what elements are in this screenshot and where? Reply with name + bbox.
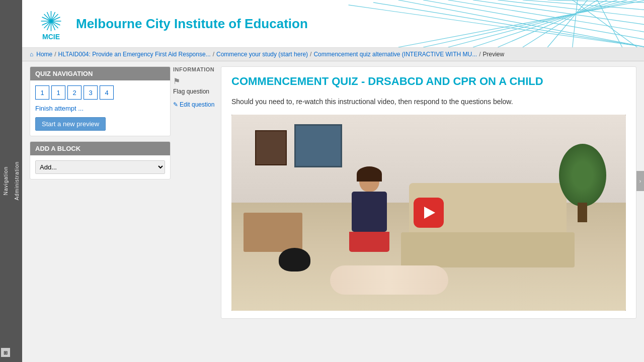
scene-person-legs bbox=[349, 232, 389, 252]
scene-side-table bbox=[244, 213, 303, 252]
scene-sofa-seat bbox=[401, 232, 575, 267]
scene-person-hair bbox=[357, 166, 382, 182]
scene-person-head bbox=[359, 166, 379, 192]
quiz-nav-btn-4[interactable]: 4 bbox=[100, 85, 114, 100]
quiz-description: Should you need to, re-watch this instru… bbox=[231, 97, 626, 107]
quiz-navigation-header: QUIZ NAVIGATION bbox=[30, 67, 170, 80]
quiz-nav-btn-3[interactable]: 3 bbox=[84, 85, 98, 100]
mcie-logo: MCIE bbox=[32, 5, 70, 43]
navigation-panel[interactable]: Navigation bbox=[0, 0, 11, 324]
flag-label: Flag question bbox=[173, 88, 209, 95]
svg-line-19 bbox=[373, 3, 644, 47]
pencil-icon: ✎ bbox=[173, 101, 178, 108]
svg-line-20 bbox=[349, 5, 644, 47]
information-panel: INFORMATION ⚑ Flag question ✎ Edit quest… bbox=[171, 66, 221, 108]
scene-cat bbox=[279, 248, 310, 272]
quiz-nav-btn-2[interactable]: 2 bbox=[67, 85, 82, 100]
video-thumbnail bbox=[231, 115, 626, 311]
institution-title: Melbourne City Institute of Education bbox=[76, 16, 308, 32]
start-new-preview-button[interactable]: Start a new preview bbox=[35, 117, 106, 131]
quiz-title: COMMENCEMENT QUIZ - DRSABCD AND CPR ON A… bbox=[231, 74, 626, 89]
home-icon: ⌂ bbox=[30, 51, 33, 58]
scene-mannequin bbox=[330, 265, 448, 295]
header-decoration bbox=[302, 0, 644, 47]
scene-plant-stem bbox=[578, 203, 587, 222]
collapse-arrow[interactable]: › bbox=[636, 171, 644, 191]
breadcrumb-section[interactable]: Commence your study (start here) bbox=[216, 51, 308, 58]
edit-question-label: Edit question bbox=[180, 101, 214, 108]
svg-text:MCIE: MCIE bbox=[42, 33, 60, 41]
scene-plant-leaves bbox=[559, 144, 606, 207]
administration-label: Administration bbox=[14, 161, 20, 200]
svg-line-25 bbox=[498, 0, 608, 47]
video-player[interactable] bbox=[231, 115, 626, 311]
quiz-navigation-body: 1 1 2 3 4 Finish attempt ... Start a new… bbox=[30, 80, 170, 136]
svg-line-27 bbox=[548, 0, 588, 47]
flag-icon: ⚑ bbox=[173, 76, 180, 86]
scene-frame2 bbox=[294, 124, 342, 167]
play-button[interactable] bbox=[414, 198, 444, 228]
navigation-label: Navigation bbox=[3, 166, 9, 195]
information-header: INFORMATION bbox=[173, 66, 218, 72]
breadcrumb-current: Preview bbox=[482, 51, 504, 58]
quiz-nav-btn-1b[interactable]: 1 bbox=[51, 85, 65, 100]
left-sidebar: QUIZ NAVIGATION 1 1 2 3 4 Finish attempt… bbox=[30, 66, 171, 179]
breadcrumb: ⌂ Home / HLTAID004: Provide an Emergency… bbox=[22, 48, 644, 61]
play-icon bbox=[424, 207, 435, 219]
svg-line-28 bbox=[573, 0, 578, 47]
main-content-area: COMMENCEMENT QUIZ - DRSABCD AND CPR ON A… bbox=[221, 66, 636, 319]
breadcrumb-course[interactable]: HLTAID004: Provide an Emergency First Ai… bbox=[58, 51, 211, 58]
breadcrumb-quiz[interactable]: Commencement quiz alternative (INTERACTI… bbox=[313, 51, 477, 58]
quiz-nav-btn-1a[interactable]: 1 bbox=[35, 85, 49, 100]
scene-person bbox=[349, 166, 389, 252]
scene-person-body bbox=[352, 192, 387, 232]
breadcrumb-home[interactable]: Home bbox=[36, 51, 52, 58]
quiz-nav-numbers: 1 1 2 3 4 bbox=[35, 85, 165, 100]
quiz-navigation-block: QUIZ NAVIGATION 1 1 2 3 4 Finish attempt… bbox=[30, 66, 171, 136]
svg-line-23 bbox=[448, 0, 627, 47]
site-header: MCIE Melbourne City Institute of Educati… bbox=[22, 0, 644, 48]
flag-section: ⚑ Flag question bbox=[173, 76, 218, 95]
finish-attempt-link[interactable]: Finish attempt ... bbox=[35, 105, 165, 112]
scene-frame1 bbox=[255, 130, 287, 165]
add-block-section: ADD A BLOCK Add... bbox=[30, 141, 171, 179]
add-block-select[interactable]: Add... bbox=[35, 160, 165, 174]
add-block-header: ADD A BLOCK bbox=[30, 142, 170, 155]
edit-question-link[interactable]: ✎ Edit question bbox=[173, 101, 218, 108]
scene-plant bbox=[559, 144, 606, 222]
logo-area: MCIE Melbourne City Institute of Educati… bbox=[32, 5, 308, 43]
administration-panel[interactable]: Administration bbox=[11, 0, 22, 324]
add-block-body: Add... bbox=[30, 155, 170, 179]
